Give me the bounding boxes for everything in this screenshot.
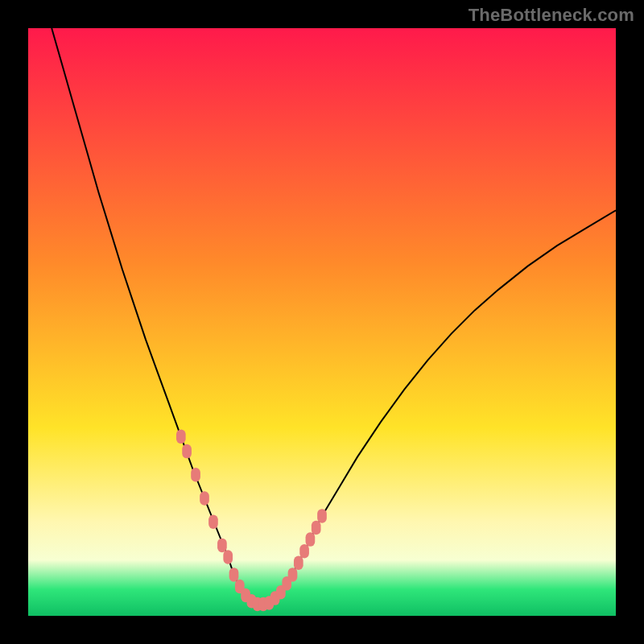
marker-point — [312, 521, 321, 535]
marker-point — [294, 556, 303, 571]
marker-point — [229, 568, 239, 582]
marker-point — [317, 509, 327, 523]
marker-point — [299, 544, 309, 559]
marker-point — [288, 568, 298, 582]
marker-point — [200, 491, 209, 506]
marker-point — [176, 430, 186, 444]
chart-svg — [28, 28, 616, 616]
marker-point — [191, 468, 200, 482]
plot-area — [28, 28, 616, 616]
marker-point — [306, 532, 316, 547]
chart-frame: TheBottleneck.com — [0, 0, 644, 644]
marker-point — [217, 539, 227, 553]
marker-point — [182, 444, 192, 459]
gradient-background — [28, 28, 616, 616]
marker-point — [208, 514, 218, 529]
marker-point — [223, 550, 233, 564]
watermark-text: TheBottleneck.com — [469, 5, 634, 26]
